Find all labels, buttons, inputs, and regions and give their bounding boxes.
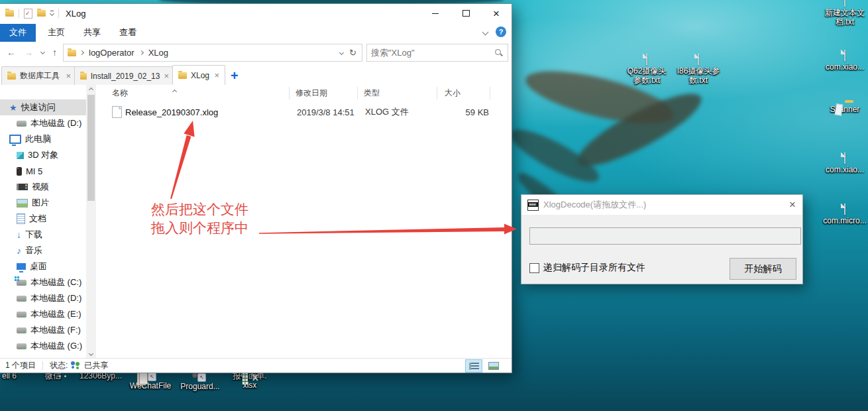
hdd-icon bbox=[17, 121, 27, 127]
sidebar-item-downloads[interactable]: 下载 bbox=[0, 227, 86, 243]
maximize-button[interactable] bbox=[451, 4, 481, 23]
desktop-icon-com-xiao-1[interactable]: com.xiao... bbox=[817, 50, 868, 72]
sidebar-item-local-disk-f[interactable]: 本地磁盘 (F:) bbox=[0, 322, 86, 338]
tab-close-icon[interactable] bbox=[164, 72, 169, 81]
column-separator[interactable] bbox=[490, 87, 490, 99]
ribbon-tab-file[interactable]: 文件 bbox=[0, 24, 36, 42]
sidebar-item-mi5-phone[interactable]: MI 5 bbox=[0, 163, 86, 179]
desktop-icon-new-text-doc[interactable]: 新建文本文 档.txt bbox=[817, 0, 868, 27]
column-header-date[interactable]: 修改日期 bbox=[296, 85, 327, 101]
column-separator[interactable] bbox=[437, 87, 437, 99]
ribbon-tab-share[interactable]: 共享 bbox=[74, 24, 110, 42]
sidebar-item-quick-access[interactable]: 快速访问 bbox=[0, 99, 86, 115]
file-name[interactable]: Release_20190307.xlog bbox=[125, 107, 218, 117]
sidebar-item-pictures[interactable]: 图片 bbox=[0, 195, 86, 211]
help-icon[interactable]: ? bbox=[496, 27, 506, 37]
dialog-title: XlogDecode(请拖放文件...) bbox=[543, 199, 778, 211]
close-button[interactable] bbox=[481, 4, 512, 23]
column-separator[interactable] bbox=[357, 87, 358, 99]
properties-icon[interactable] bbox=[24, 9, 32, 19]
sidebar-item-desktop[interactable]: 桌面 bbox=[0, 259, 86, 274]
recent-locations-icon[interactable] bbox=[40, 50, 45, 54]
title-bar[interactable]: XLog bbox=[0, 4, 512, 23]
text-file-icon bbox=[698, 54, 699, 65]
desktop-icon-com-xiao-2[interactable]: com.xiao... bbox=[817, 153, 868, 174]
folder-tab-install[interactable]: Install_2019_02_13 bbox=[74, 66, 175, 85]
back-button[interactable]: ← bbox=[7, 47, 16, 58]
file-drop-input[interactable] bbox=[529, 227, 801, 245]
chevron-down-icon bbox=[50, 11, 54, 16]
sidebar-item-music[interactable]: 音乐 bbox=[0, 243, 86, 259]
desktop-icon-i86-txt[interactable]: I86摄像头参 数.txt bbox=[671, 54, 726, 86]
checkbox[interactable] bbox=[529, 263, 539, 273]
customize-toolbar-icon[interactable] bbox=[50, 11, 54, 16]
ribbon-tab-view[interactable]: 查看 bbox=[110, 24, 146, 42]
forward-button[interactable]: → bbox=[24, 47, 33, 58]
scroll-up-icon[interactable] bbox=[86, 85, 96, 95]
new-folder-icon[interactable] bbox=[37, 10, 46, 17]
sidebar-item-local-disk-d-pinned[interactable]: 本地磁盘 (D:) bbox=[0, 115, 86, 131]
sidebar-item-videos[interactable]: 视频 bbox=[0, 179, 86, 195]
dialog-title-bar[interactable]: XlogDecode(请拖放文件...) bbox=[521, 195, 802, 215]
xlogdecode-dialog: XlogDecode(请拖放文件...) 递归解码子目录所有文件 开始解码 bbox=[521, 194, 803, 284]
sidebar-item-label: 快速访问 bbox=[21, 101, 56, 113]
expand-ribbon-icon[interactable] bbox=[482, 29, 489, 35]
sidebar-item-local-disk-d[interactable]: 本地磁盘 (D:) bbox=[0, 290, 86, 306]
folder-icon bbox=[80, 73, 87, 80]
sidebar-item-local-disk-g[interactable]: 本地磁盘 (G:) bbox=[0, 338, 86, 354]
tab-close-icon[interactable] bbox=[66, 72, 71, 81]
sidebar-item-documents[interactable]: 文档 bbox=[0, 211, 86, 227]
desktop-icon-scanner[interactable]: Scanner bbox=[817, 103, 868, 114]
sidebar-item-this-pc[interactable]: 此电脑 bbox=[0, 131, 86, 147]
window-controls bbox=[420, 4, 512, 23]
sidebar-item-local-disk-e[interactable]: 本地磁盘 (E:) bbox=[0, 306, 86, 322]
sidebar-item-local-disk-c[interactable]: 本地磁盘 (C:) bbox=[0, 274, 86, 290]
ribbon-tab-home[interactable]: 主页 bbox=[38, 24, 74, 42]
scroll-down-icon[interactable] bbox=[86, 349, 96, 359]
address-dropdown-icon[interactable] bbox=[339, 50, 344, 55]
hdd-icon bbox=[17, 296, 27, 302]
xlog-file-icon bbox=[112, 106, 122, 118]
desktop-icon-com-micro[interactable]: com.micro... bbox=[817, 204, 868, 225]
sidebar-item-3d-objects[interactable]: 3D 对象 bbox=[0, 147, 86, 163]
file-icon bbox=[844, 152, 845, 164]
desktop-icon-label: com.xiao... bbox=[826, 165, 864, 174]
folder-tab-database-tools[interactable]: 数据库工具 bbox=[1, 66, 77, 85]
tab-label: 数据库工具 bbox=[20, 70, 62, 82]
sidebar-item-label: 本地磁盘 (D:) bbox=[30, 117, 81, 129]
shared-people-icon bbox=[70, 361, 81, 370]
search-icon[interactable] bbox=[494, 48, 504, 58]
details-view-button[interactable] bbox=[465, 359, 482, 373]
scrollbar-thumb[interactable] bbox=[87, 95, 95, 201]
column-separator[interactable] bbox=[289, 87, 290, 99]
status-value: 已共享 bbox=[84, 360, 108, 371]
file-row[interactable]: Release_20190307.xlog 2019/3/8 14:51 XLO… bbox=[97, 105, 492, 119]
start-decode-button[interactable]: 开始解码 bbox=[730, 258, 796, 280]
minimize-button[interactable] bbox=[420, 4, 451, 23]
column-header-name[interactable]: 名称 bbox=[112, 85, 128, 101]
breadcrumb-logoperator[interactable]: logOperator bbox=[87, 46, 136, 59]
thumbnail-view-button[interactable] bbox=[485, 359, 502, 373]
sidebar-item-label: 文档 bbox=[29, 213, 46, 225]
new-tab-button[interactable] bbox=[231, 69, 239, 82]
desktop-icon-label: com.micro... bbox=[823, 216, 866, 225]
breadcrumb-xlog[interactable]: XLog bbox=[147, 46, 170, 59]
address-bar[interactable]: logOperator XLog bbox=[63, 44, 362, 62]
tab-close-icon[interactable] bbox=[214, 71, 219, 80]
explorer-content: 快速访问 本地磁盘 (D:) 此电脑 3D 对象 MI 5 bbox=[0, 85, 512, 359]
text-file-icon bbox=[844, 0, 845, 7]
desktop-icon-label: 新建文本文 档.txt bbox=[825, 8, 865, 27]
explorer-app-icon bbox=[5, 10, 14, 17]
column-header-type[interactable]: 类型 bbox=[364, 85, 380, 101]
sidebar-scrollbar[interactable] bbox=[86, 85, 96, 359]
dialog-close-icon[interactable] bbox=[783, 195, 802, 215]
desktop-icon-q62-txt[interactable]: Q62摄像头 参数.txt bbox=[619, 54, 675, 86]
up-button[interactable]: ↑ bbox=[52, 47, 57, 58]
recursive-decode-option[interactable]: 递归解码子目录所有文件 bbox=[529, 262, 645, 274]
column-header-size[interactable]: 大小 bbox=[445, 85, 461, 101]
xlog-app-icon bbox=[527, 200, 539, 211]
folder-tab-xlog[interactable]: XLog bbox=[172, 65, 225, 85]
search-input[interactable] bbox=[367, 48, 494, 58]
refresh-icon[interactable] bbox=[349, 48, 356, 58]
search-box[interactable] bbox=[366, 44, 508, 62]
